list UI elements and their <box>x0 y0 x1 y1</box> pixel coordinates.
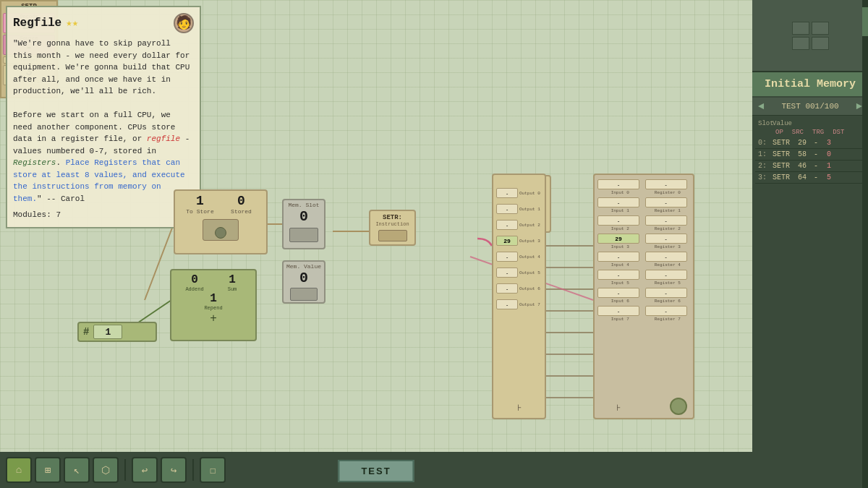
reg-reg2-group: - Register 2 <box>645 215 691 231</box>
panel-icon-grid <box>786 16 835 56</box>
memory-sub-header: OP SRC TRG DST <box>755 129 865 136</box>
reg-reg1-group: - Register 1 <box>645 197 691 213</box>
right-panel: Initial Memory ◄ TEST 001/100 ► Slot Val… <box>752 0 868 488</box>
panel-icon-3 <box>792 37 809 50</box>
sub-header-src: SRC <box>792 129 804 136</box>
main-canvas[interactable]: Regfile ★ ★ 🧑 "We're gonna have to skip … <box>0 0 752 488</box>
mem-dst-3: 5 <box>827 174 840 181</box>
dialog-header: Regfile ★ ★ 🧑 <box>13 13 194 33</box>
mem-trg-0: - <box>814 139 827 147</box>
demux-out6-label: - <box>496 283 518 294</box>
mem-slot-1: 1: <box>758 150 773 158</box>
demux-bottom-icon: ⊦ <box>493 403 545 414</box>
sum-title: Sum <box>215 286 250 292</box>
redo-button[interactable]: ↪ <box>161 457 187 483</box>
home-button[interactable]: ⌂ <box>6 457 32 483</box>
adder-plus-icon: + <box>171 312 255 325</box>
sum-value: 1 <box>215 273 250 286</box>
test-button[interactable]: TEST <box>338 460 414 482</box>
counter-module: # 1 <box>77 322 157 342</box>
reg-input7: - <box>597 306 639 316</box>
panel-icon-2 <box>812 22 829 35</box>
test-nav-label: TEST 001/100 <box>781 102 838 111</box>
setr-instruction-label: SETR: <box>370 211 414 221</box>
demux-out3: 29 Output 3 <box>496 236 542 246</box>
reg-reg4-group: - Register 4 <box>645 252 691 267</box>
stored-value: 0 <box>222 194 260 208</box>
hash-icon: # <box>83 326 89 338</box>
reg-input3: 29 <box>597 234 639 244</box>
reg-input4: - <box>597 252 639 262</box>
repend-value: 1 <box>171 292 255 305</box>
connect-button[interactable]: ⬡ <box>93 457 119 483</box>
mem-dst-2: 1 <box>827 162 840 170</box>
setr-instruction-title: Instruction <box>370 221 414 227</box>
scrollbar-track <box>862 0 868 488</box>
highlight-regfile: regfile <box>147 134 180 143</box>
mem-value-value: 0 <box>284 270 324 286</box>
repend-title: Repend <box>171 305 255 311</box>
demux-out2-label: - <box>496 220 518 230</box>
reg-input4-group: - Input 4 <box>597 252 643 267</box>
home-icon: ⌂ <box>16 464 22 476</box>
demux-out7-label: - <box>496 299 518 309</box>
reg-input5-group: - Input 5 <box>597 270 643 286</box>
delete-icon: ☐ <box>210 464 216 476</box>
toolbar-separator-1 <box>124 459 126 481</box>
memory-row-0: 0: SETR 29 - 3 <box>755 137 865 149</box>
cursor-button[interactable]: ↖ <box>64 457 90 483</box>
modules-count: Modules: 7 <box>13 209 194 221</box>
star-icon-1: ★ <box>66 16 72 31</box>
avatar: 🧑 <box>174 13 194 33</box>
dialog-box: Regfile ★ ★ 🧑 "We're gonna have to skip … <box>6 6 201 228</box>
demux-out4-label: - <box>496 252 518 262</box>
dialog-text-1: "We're gonna have to skip payroll this m… <box>13 38 194 98</box>
reg-input6-group: - Input 6 <box>597 288 643 304</box>
demux-outputs: - Output 0 - Output 1 - Output 2 29 Outp… <box>496 188 542 309</box>
sub-header-dst: DST <box>833 129 844 136</box>
right-panel-top <box>752 0 868 72</box>
undo-button[interactable]: ↩ <box>132 457 158 483</box>
initial-memory-title: Initial Memory <box>752 72 868 98</box>
regfile-bottom-icon: ⊦ <box>616 403 621 414</box>
test-nav-left[interactable]: ◄ <box>758 100 764 112</box>
mem-src-3: 64 <box>798 174 814 181</box>
memory-row-3: 3: SETR 64 - 5 <box>755 172 865 184</box>
test-nav-right[interactable]: ► <box>856 100 862 112</box>
counter-value: 1 <box>106 327 111 338</box>
store-title: To Store <box>181 208 219 215</box>
store-module: 1 To Store 0 Stored <box>174 189 268 254</box>
star-icon-2: ★ <box>72 16 78 31</box>
demux-out0-label: - <box>496 188 518 198</box>
reg-input3-group: 29 Input 3 <box>597 234 643 249</box>
demux-out7: - Output 7 <box>496 299 542 309</box>
demux-out2: - Output 2 <box>496 220 542 230</box>
store-control <box>203 219 239 241</box>
mem-slot-title: Mem. Slot <box>284 200 324 208</box>
cursor-icon: ↖ <box>74 464 80 476</box>
adder-module: 0 Addend 1 Sum 1 Repend + <box>170 269 257 341</box>
mem-slot-value: 0 <box>284 208 324 225</box>
mem-dst-1: 0 <box>827 150 840 158</box>
grid-button[interactable]: ⊞ <box>35 457 61 483</box>
mem-slot-module: Mem. Slot 0 <box>282 199 326 249</box>
sub-header-op: OP <box>775 129 783 136</box>
demux-out5: - Output 5 <box>496 267 542 278</box>
dialog-title: Regfile <box>13 14 61 32</box>
reg-reg7-group: - Register 7 <box>645 306 691 322</box>
reg-input7-group: - Input 7 <box>597 306 643 322</box>
mem-op-1: SETR <box>773 150 798 158</box>
mem-dst-0: 3 <box>827 139 840 147</box>
panel-icon-4 <box>812 37 829 50</box>
reg-input2-group: - Input 2 <box>597 215 643 231</box>
bottom-toolbar: ⌂ ⊞ ↖ ⬡ ↩ ↪ ☐ TEST <box>0 452 752 488</box>
reg-input0: - <box>597 179 639 189</box>
reg-reg6-group: - Register 6 <box>645 288 691 304</box>
regfile-module: - Input 0 - Register 0 - Input 1 - Regis… <box>593 174 694 419</box>
reg-reg3: - <box>645 234 687 244</box>
mem-value-display <box>290 288 318 301</box>
scrollbar-thumb[interactable] <box>862 7 868 36</box>
delete-button[interactable]: ☐ <box>200 457 226 483</box>
reg-reg0-group: - Register 0 <box>645 179 691 195</box>
mem-op-0: SETR <box>773 139 798 147</box>
